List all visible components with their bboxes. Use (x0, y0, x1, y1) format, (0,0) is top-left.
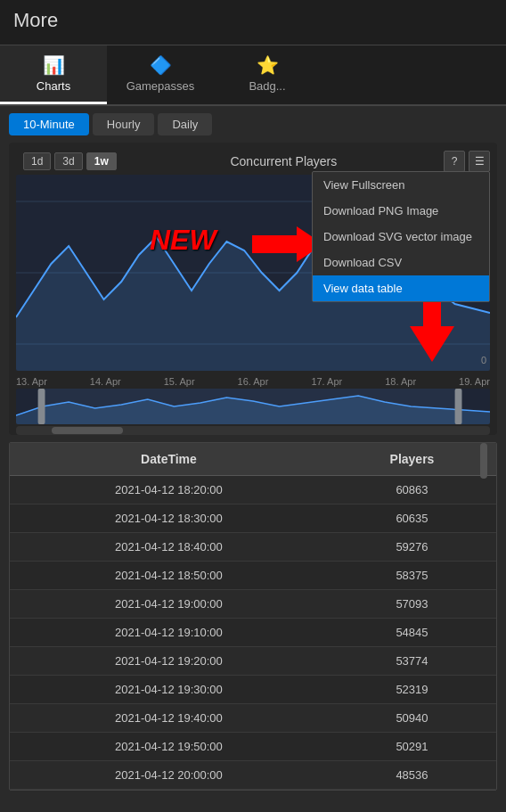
cell-datetime: 2021-04-12 18:40:00 (10, 533, 328, 562)
header: More (0, 0, 506, 45)
x-label-1: 14. Apr (90, 376, 121, 387)
cell-players: 58375 (328, 562, 496, 590)
table-row: 2021-04-12 19:00:00 57093 (10, 590, 496, 619)
cell-datetime: 2021-04-12 20:00:00 (10, 761, 328, 790)
chart-controls: ? ☰ (444, 151, 490, 172)
table-row: 2021-04-12 19:10:00 54845 (10, 619, 496, 647)
cell-datetime: 2021-04-12 18:20:00 (10, 476, 328, 504)
x-label-2: 15. Apr (164, 376, 195, 387)
cell-players: 60635 (328, 504, 496, 533)
cell-players: 59276 (328, 533, 496, 562)
chart-x-labels: 13. Apr 14. Apr 15. Apr 16. Apr 17. Apr … (9, 374, 497, 389)
table-row: 2021-04-12 18:30:00 60635 (10, 504, 496, 533)
table-row: 2021-04-12 19:30:00 52319 (10, 676, 496, 704)
svg-rect-9 (38, 389, 462, 424)
tab-gamepasses-label: Gamepasses (126, 79, 195, 93)
time-range-buttons: 1d 3d 1w (16, 148, 124, 175)
cell-players: 57093 (328, 590, 496, 619)
menu-download-csv[interactable]: Download CSV (313, 250, 489, 275)
menu-download-png[interactable]: Download PNG Image (313, 198, 489, 224)
y-axis-bottom: 0 (481, 355, 486, 365)
table-row: 2021-04-12 18:50:00 58375 (10, 562, 496, 590)
chart-scrollbar[interactable] (16, 426, 490, 435)
cell-datetime: 2021-04-12 18:50:00 (10, 562, 328, 590)
range-1d[interactable]: 1d (23, 152, 51, 170)
menu-download-svg[interactable]: Download SVG vector image (313, 224, 489, 250)
cell-players: 50940 (328, 704, 496, 733)
chart-title: Concurrent Players (124, 154, 444, 168)
x-label-0: 13. Apr (16, 376, 47, 387)
table-row: 2021-04-12 20:00:00 48536 (10, 761, 496, 790)
tab-badges[interactable]: ⭐ Badg... (214, 45, 321, 104)
sub-tabs: 10-Minute Hourly Daily (0, 106, 506, 143)
cell-datetime: 2021-04-12 19:50:00 (10, 733, 328, 761)
cell-datetime: 2021-04-12 19:40:00 (10, 704, 328, 733)
data-table: DateTime Players 2021-04-12 18:20:00 608… (10, 443, 496, 790)
table-row: 2021-04-12 18:20:00 60863 (10, 476, 496, 504)
table-row: 2021-04-12 19:40:00 50940 (10, 704, 496, 733)
x-label-4: 17. Apr (311, 376, 342, 387)
col-header-players: Players (328, 443, 496, 476)
menu-view-fullscreen[interactable]: View Fullscreen (313, 172, 489, 198)
subtab-daily[interactable]: Daily (158, 113, 212, 135)
badges-icon: ⭐ (257, 54, 279, 76)
x-label-3: 16. Apr (238, 376, 269, 387)
top-tabs: 📊 Charts 🔷 Gamepasses ⭐ Badg... (0, 45, 506, 106)
cell-players: 60863 (328, 476, 496, 504)
table-scrollbar[interactable] (480, 443, 487, 479)
range-1w[interactable]: 1w (86, 152, 117, 170)
tab-charts-label: Charts (37, 79, 70, 93)
chart-scrollbar-thumb (52, 427, 123, 434)
tab-charts[interactable]: 📊 Charts (0, 45, 107, 104)
x-label-6: 19. Apr (459, 376, 490, 387)
col-header-datetime: DateTime (10, 443, 328, 476)
data-table-wrapper: DateTime Players 2021-04-12 18:20:00 608… (9, 442, 497, 791)
subtab-10min[interactable]: 10-Minute (9, 113, 89, 135)
tab-gamepasses[interactable]: 🔷 Gamepasses (107, 45, 214, 104)
table-row: 2021-04-12 19:20:00 53774 (10, 647, 496, 676)
table-row: 2021-04-12 18:40:00 59276 (10, 533, 496, 562)
chart-header: 1d 3d 1w Concurrent Players ? ☰ (9, 143, 497, 175)
cell-players: 50291 (328, 733, 496, 761)
page-title: More (13, 9, 493, 32)
chart-menu-button[interactable]: ☰ (469, 151, 490, 172)
tab-badges-label: Badg... (249, 79, 285, 93)
cell-players: 52319 (328, 676, 496, 704)
cell-players: 48536 (328, 761, 496, 790)
range-3d[interactable]: 3d (54, 152, 82, 170)
table-row: 2021-04-12 19:50:00 50291 (10, 733, 496, 761)
x-label-5: 18. Apr (385, 376, 416, 387)
cell-datetime: 2021-04-12 19:10:00 (10, 619, 328, 647)
cell-datetime: 2021-04-12 19:30:00 (10, 676, 328, 704)
dropdown-menu: View Fullscreen Download PNG Image Downl… (312, 171, 490, 302)
chart-help-button[interactable]: ? (444, 151, 465, 172)
cell-datetime: 2021-04-12 19:00:00 (10, 590, 328, 619)
cell-datetime: 2021-04-12 19:20:00 (10, 647, 328, 676)
menu-view-data-table[interactable]: View data table (313, 275, 489, 301)
cell-players: 54845 (328, 619, 496, 647)
chart-section: 1d 3d 1w Concurrent Players ? ☰ View Ful… (9, 143, 497, 435)
mini-chart-svg (16, 389, 490, 424)
charts-icon: 📊 (43, 54, 65, 76)
cell-players: 53774 (328, 647, 496, 676)
cell-datetime: 2021-04-12 18:30:00 (10, 504, 328, 533)
gamepasses-icon: 🔷 (150, 54, 172, 76)
subtab-hourly[interactable]: Hourly (93, 113, 155, 135)
mini-chart (16, 389, 490, 424)
